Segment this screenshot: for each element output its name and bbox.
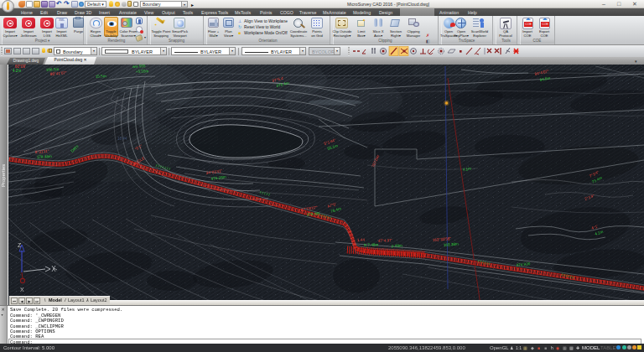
svg-text:4.2m: 4.2m [13, 69, 21, 73]
svg-text:+5.55m: +5.55m [136, 69, 149, 74]
svg-text:178.48m: 178.48m [37, 154, 52, 159]
svg-text:Z: Z [18, 242, 22, 248]
svg-text:15.5m: 15.5m [96, 74, 106, 79]
svg-text:X: X [20, 287, 24, 292]
svg-text:p.48m: p.48m [392, 244, 402, 248]
svg-text:ww 555: ww 555 [132, 65, 146, 69]
svg-text:18 #4: 18 #4 [117, 137, 127, 141]
svg-text:47°4.97': 47°4.97' [378, 238, 392, 243]
svg-text:1.44: 1.44 [357, 238, 366, 242]
svg-text:N 7.48m: N 7.48m [364, 242, 379, 247]
